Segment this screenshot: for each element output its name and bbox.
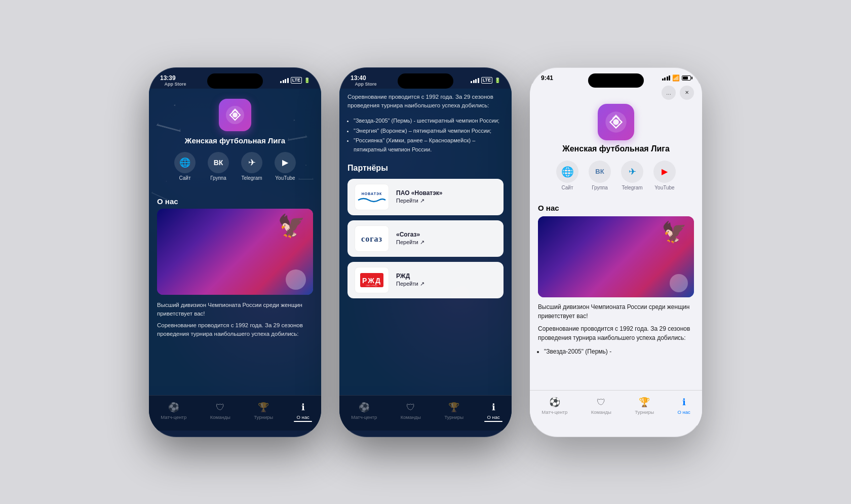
light-tab-teams-3[interactable]: 🛡 Команды (587, 395, 615, 417)
social-vk-1[interactable]: ВК Группа (208, 152, 229, 181)
battery-1: 🔋 (304, 77, 310, 83)
vk-icon-1: ВК (208, 152, 229, 173)
light-tab-about-label-3: О нас (678, 409, 690, 415)
close-btn-3[interactable]: ✕ (680, 86, 694, 100)
svg-point-12 (613, 119, 619, 125)
light-social-telegram-3[interactable]: ✈ Telegram (621, 161, 643, 190)
lte-badge-1: LTE (291, 77, 302, 84)
light-vk-icon-3: ВК (589, 161, 611, 183)
light-app-title-3: Женская футбольная Лига (562, 144, 670, 153)
site-label-1: Сайт (179, 175, 190, 181)
social-site-1[interactable]: 🌐 Сайт (174, 152, 196, 181)
dark-screen-2: Соревнование проводится с 1992 года. За … (339, 89, 512, 431)
dynamic-island-1 (207, 73, 263, 89)
partner-rzd[interactable]: РЖД ОАО «РЖД» РЖД Перейти ↗ (347, 262, 504, 298)
tab-active-indicator-1 (294, 421, 312, 422)
tab-about-2[interactable]: ℹ О нас (483, 400, 504, 422)
time-3: 9:41 (541, 74, 571, 82)
light-bullet-1: "Звезда-2005" (Пермь) - (544, 347, 694, 357)
tab-bar-2: ⚽ Матч-центр 🛡 Команды 🏆 Турниры ℹ О нас (339, 395, 512, 431)
light-tab-match-3[interactable]: ⚽ Матч-центр (537, 395, 571, 417)
tab-teams-icon-2: 🛡 (406, 402, 415, 413)
svg-text:согаз: согаз (361, 235, 382, 243)
light-youtube-label-3: YouTube (654, 185, 674, 190)
partners-section-2: Партнёры НОВАТЭК (339, 164, 512, 298)
store-label-2: App Store (351, 82, 381, 87)
rzd-link[interactable]: Перейти ↗ (396, 281, 496, 287)
more-btn-3[interactable]: ... (662, 86, 676, 100)
light-tab-match-icon-3: ⚽ (549, 397, 560, 408)
tab-tournaments-2[interactable]: 🏆 Турниры (440, 400, 468, 422)
light-tab-tournaments-3[interactable]: 🏆 Турниры (631, 395, 658, 417)
status-icons-2: LTE 🔋 (471, 77, 500, 84)
light-tab-bar-3: ⚽ Матч-центр 🛡 Команды 🏆 Турниры ℹ О нас (530, 390, 702, 425)
partners-title-2: Партнёры (347, 164, 504, 173)
tab-teams-1[interactable]: 🛡 Команды (206, 400, 235, 422)
vk-label-1: Группа (210, 175, 226, 181)
telegram-icon-1: ✈ (241, 152, 262, 173)
screen-2: Соревнование проводится с 1992 года. За … (339, 89, 512, 431)
tab-match-1[interactable]: ⚽ Матч-центр (157, 400, 190, 422)
svg-text:РЖД: РЖД (362, 277, 381, 285)
banner-1: 🦅 ЖЕНСКИЙ ФУТБОЛ (157, 209, 313, 295)
partner-novatek[interactable]: НОВАТЭК ПАО «Новатэк» Перейти ↗ (347, 179, 504, 215)
novatek-link[interactable]: Перейти ↗ (396, 198, 496, 204)
social-youtube-1[interactable]: ▶ YouTube (275, 152, 296, 181)
novatek-logo: НОВАТЭК (355, 184, 389, 210)
light-social-youtube-3[interactable]: ▶ YouTube (653, 161, 676, 190)
phones-container: 13:39 App Store LTE 🔋 (119, 47, 732, 457)
body-text-1: Высший дивизион Чемпионата России среди … (149, 301, 321, 339)
sogaz-link[interactable]: Перейти ↗ (396, 239, 496, 246)
partner-sogaz[interactable]: согаз «Согаз» Перейти ↗ (347, 220, 504, 257)
intro-text-2: Соревнование проводится с 1992 года. За … (339, 93, 512, 117)
light-tab-about-3[interactable]: ℹ О нас (674, 395, 694, 417)
tab-teams-2[interactable]: 🛡 Команды (397, 400, 425, 422)
tab-match-label-2: Матч-центр (351, 414, 377, 420)
tab-tournaments-icon-1: 🏆 (258, 402, 269, 413)
light-vk-label-3: Группа (592, 185, 608, 190)
social-row-1: 🌐 Сайт ВК Группа ✈ Telegram ▶ (174, 152, 296, 181)
tab-about-icon-2: ℹ (492, 402, 495, 413)
wifi-icon-3: 📶 (672, 74, 680, 82)
svg-rect-2 (356, 187, 388, 207)
app-header-1: Женская футбольная Лига 🌐 Сайт ВК Группа (149, 89, 321, 194)
tab-tournaments-label-1: Турниры (254, 414, 273, 420)
sogaz-logo: согаз (355, 225, 389, 252)
tab-match-2[interactable]: ⚽ Матч-центр (347, 400, 381, 422)
tab-teams-label-1: Команды (210, 414, 230, 420)
tab-about-icon-1: ℹ (301, 402, 305, 413)
tab-bar-1: ⚽ Матч-центр 🛡 Команды 🏆 Турниры ℹ О нас (149, 395, 321, 431)
status-icons-3: 📶 (662, 74, 691, 82)
time-1: 13:39 (160, 74, 190, 82)
svg-point-1 (233, 112, 238, 118)
sogaz-info: «Согаз» Перейти ↗ (396, 231, 496, 246)
svg-text:ОАО «РЖД»: ОАО «РЖД» (366, 284, 378, 287)
social-telegram-1[interactable]: ✈ Telegram (241, 152, 262, 181)
light-body-text-3: Высший дивизион Чемпионата России среди … (530, 302, 702, 347)
light-social-row-3: 🌐 Сайт ВК Группа ✈ Telegram ▶ (538, 161, 694, 190)
site-icon-1: 🌐 (174, 152, 196, 173)
light-social-site-3[interactable]: 🌐 Сайт (556, 161, 578, 190)
tab-teams-label-2: Команды (401, 414, 421, 420)
light-youtube-icon-3: ▶ (653, 161, 676, 183)
tab-tournaments-1[interactable]: 🏆 Турниры (250, 400, 277, 422)
bullet-item-1: "Звезда-2005" (Пермь) - шестикратный чем… (354, 117, 504, 126)
battery-icon-3 (682, 75, 691, 81)
battery-2: 🔋 (494, 77, 500, 83)
light-app-header-3: Женская футбольная Лига 🌐 Сайт ВК Группа (530, 104, 702, 202)
bullet-list-2: "Звезда-2005" (Пермь) - шестикратный чем… (339, 117, 512, 163)
tab-tournaments-icon-2: 🏆 (448, 402, 459, 413)
store-label-1: App Store (160, 82, 190, 87)
signal-3 (662, 75, 671, 81)
light-tab-teams-icon-3: 🛡 (597, 397, 606, 408)
tab-match-label-1: Матч-центр (161, 414, 186, 420)
tab-teams-icon-1: 🛡 (216, 402, 225, 413)
light-social-vk-3[interactable]: ВК Группа (589, 161, 611, 190)
status-icons-1: LTE 🔋 (280, 77, 310, 84)
sogaz-name: «Согаз» (396, 231, 496, 238)
tab-about-1[interactable]: ℹ О нас (293, 400, 314, 422)
novatek-name: ПАО «Новатэк» (396, 189, 496, 197)
light-tab-about-icon-3: ℹ (682, 397, 686, 408)
light-bullet-list-3: "Звезда-2005" (Пермь) - (530, 347, 702, 362)
phone-3: 9:41 📶 ... (530, 67, 702, 437)
